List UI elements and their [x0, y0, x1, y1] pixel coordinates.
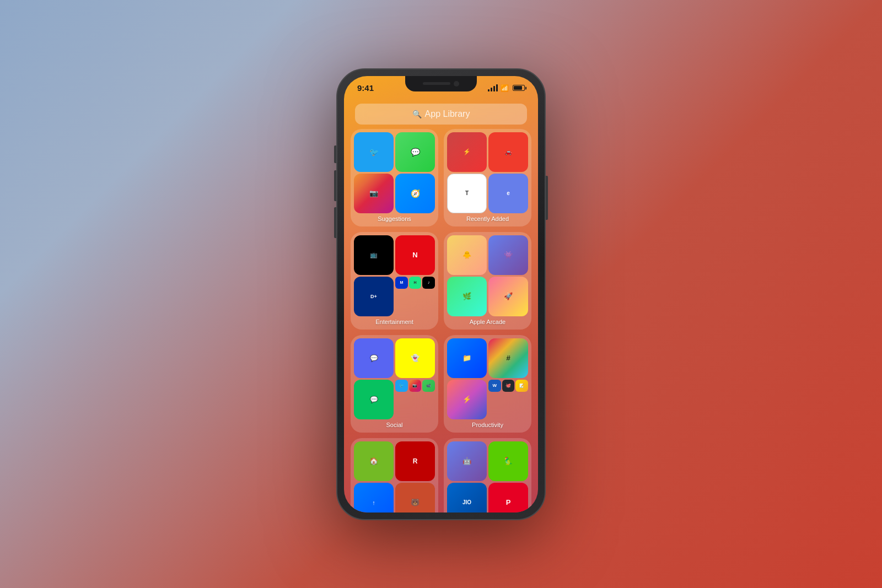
signal-icon [488, 85, 498, 91]
app-epi[interactable]: e [488, 174, 528, 213]
app-game2[interactable]: 👾 [488, 235, 528, 275]
folder-suggestions-label: Suggestions [378, 215, 411, 223]
search-icon: 🔍 [412, 110, 422, 118]
app-tiktok[interactable]: ♪ [422, 277, 435, 289]
phone-device: 9:41 📶 🔍 App Library [336, 68, 546, 520]
app-bear[interactable]: 🐻 [395, 483, 435, 513]
app-rakuten[interactable]: R [395, 441, 435, 481]
app-snapchat[interactable]: 👻 [395, 338, 435, 378]
speaker [423, 82, 450, 85]
power-button [546, 176, 548, 220]
notch [405, 76, 477, 91]
app-arrow[interactable]: ↑ [354, 483, 394, 513]
app-facetime[interactable]: 📹 [422, 380, 435, 392]
app-files[interactable]: 📁 [447, 338, 487, 378]
status-icons: 📶 [488, 84, 525, 92]
app-duolingo[interactable]: 🦜 [488, 441, 528, 481]
folder-suggestions[interactable]: 🐦 💬 📷 🧭 Suggestions [351, 129, 438, 226]
app-wechat[interactable]: 💬 [354, 380, 394, 419]
app-disney[interactable]: D+ [354, 277, 394, 316]
app-word[interactable]: W [488, 380, 501, 392]
app-grid: 🐦 💬 📷 🧭 Suggestions [351, 129, 531, 508]
folder-apple-arcade[interactable]: 🐥 👾 🌿 🚀 Apple Arcade [444, 232, 531, 330]
app-game3[interactable]: 🌿 [447, 277, 487, 316]
folder-misc1[interactable]: 🏠 R ↑ 🐻 [351, 438, 438, 513]
battery-icon [513, 85, 525, 91]
app-max[interactable]: M [395, 277, 408, 289]
app-nytimes[interactable]: T [447, 174, 487, 213]
app-netflix[interactable]: N [395, 235, 435, 275]
folder-misc2[interactable]: 🤖 🦜 JIO P [444, 438, 531, 513]
app-game5[interactable]: 🤖 [447, 441, 487, 481]
phone-screen: 9:41 📶 🔍 App Library [344, 76, 538, 513]
app-safari[interactable]: 🧭 [395, 174, 435, 213]
app-discord[interactable]: 💬 [354, 338, 394, 378]
search-bar[interactable]: 🔍 App Library [355, 104, 527, 125]
app-shortcuts[interactable]: ⚡ [447, 380, 487, 419]
folder-recently-added-label: Recently Added [466, 215, 509, 223]
phone-body: 9:41 📶 🔍 App Library [336, 68, 546, 520]
app-twitter2[interactable]: 🐦 [395, 380, 408, 392]
app-slack[interactable]: # [488, 338, 528, 378]
folder-productivity[interactable]: 📁 # ⚡ W 🐙 [444, 335, 531, 433]
folder-entertainment[interactable]: 📺 N D+ M [351, 232, 438, 330]
app-game1[interactable]: 🐥 [447, 235, 487, 275]
app-pocket[interactable]: ⚡ [447, 132, 487, 172]
status-time: 9:41 [357, 83, 374, 93]
search-placeholder: App Library [425, 109, 470, 119]
folder-recently-added[interactable]: ⚡ 🚗 T e Recently Added [444, 129, 531, 226]
app-jio[interactable]: JIO [447, 483, 487, 513]
app-game4[interactable]: 🚀 [488, 277, 528, 316]
front-camera [454, 81, 459, 87]
app-notes[interactable]: 📝 [515, 380, 528, 392]
app-pinterest[interactable]: P [488, 483, 528, 513]
folder-productivity-label: Productivity [472, 422, 503, 429]
wifi-icon: 📶 [501, 84, 509, 92]
app-instagram[interactable]: 📷 [354, 174, 394, 213]
app-appletv[interactable]: 📺 [354, 235, 394, 275]
app-instagram2[interactable]: 📷 [409, 380, 422, 392]
app-houzz[interactable]: 🏠 [354, 441, 394, 481]
app-github[interactable]: 🐙 [502, 380, 515, 392]
app-twitter[interactable]: 🐦 [354, 132, 394, 172]
app-hulu[interactable]: H [409, 277, 422, 289]
app-messages[interactable]: 💬 [395, 132, 435, 172]
app-doordash[interactable]: 🚗 [488, 132, 528, 172]
folder-social[interactable]: 💬 👻 💬 🐦 📷 [351, 335, 438, 433]
folder-apple-arcade-label: Apple Arcade [470, 319, 505, 326]
folder-entertainment-label: Entertainment [375, 319, 413, 326]
folder-social-label: Social [386, 422, 403, 429]
